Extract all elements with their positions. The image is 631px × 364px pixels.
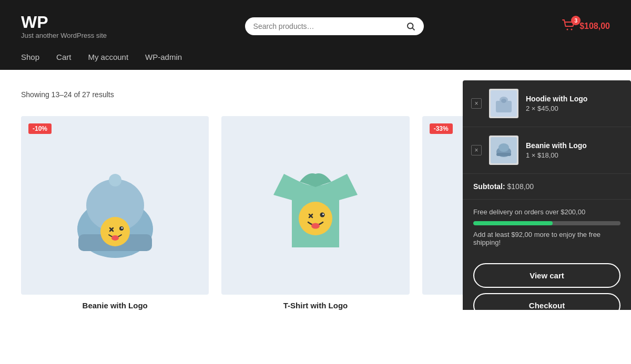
tshirt-logo-product-image <box>263 142 368 268</box>
discount-badge-3: -33% <box>430 123 453 134</box>
cart-item-1-name: Hoodie with Logo <box>526 95 620 103</box>
shipping-progress-bar <box>473 221 620 225</box>
svg-point-3 <box>571 29 573 30</box>
free-delivery-text: Free delivery on orders over $200,00 <box>473 208 620 216</box>
cart-item-2-details: Beanie with Logo 1 × $18,00 <box>526 141 620 159</box>
cart-item-2-name: Beanie with Logo <box>526 141 620 150</box>
cart-icon-wrap: 3 <box>562 19 576 34</box>
svg-line-1 <box>412 28 414 30</box>
cart-item-1-image <box>489 89 518 118</box>
main-nav: Shop Cart My account WP-admin <box>0 53 631 70</box>
svg-rect-11 <box>496 153 511 156</box>
nav-shop[interactable]: Shop <box>21 53 39 61</box>
product-image-2[interactable] <box>221 116 409 295</box>
nav-my-account[interactable]: My account <box>88 53 128 61</box>
svg-point-0 <box>408 23 413 29</box>
svg-point-21 <box>111 235 119 241</box>
remove-item-2-button[interactable]: × <box>471 145 482 155</box>
product-card-2: T-Shirt with Logo <box>221 116 409 310</box>
subtotal-label: Subtotal: <box>473 182 505 191</box>
nav-cart[interactable]: Cart <box>56 53 71 61</box>
subtotal-value: $108,00 <box>507 182 534 191</box>
svg-point-2 <box>567 29 568 30</box>
cart-shipping-section: Free delivery on orders over $200,00 Add… <box>463 200 631 263</box>
search-form <box>245 17 424 35</box>
cart-item: × Hoodie with Logo 2 × $45,00 <box>463 80 631 127</box>
cart-actions: View cart Checkout <box>463 263 631 310</box>
site-subtitle: Just another WordPress site <box>21 32 107 39</box>
view-cart-button[interactable]: View cart <box>473 263 620 288</box>
cart-item-1-details: Hoodie with Logo 2 × $45,00 <box>526 95 620 112</box>
svg-point-22 <box>299 202 332 235</box>
cart-widget[interactable]: 3 $108,00 <box>562 19 610 34</box>
beanie-thumbnail <box>491 137 517 163</box>
svg-point-20 <box>121 227 123 229</box>
product-card-1: -10% <box>21 116 209 310</box>
shipping-note: Add at least $92,00 more to enjoy the fr… <box>473 231 620 246</box>
cart-total: $108,00 <box>579 22 610 31</box>
site-header: WP Just another WordPress site 3 $108,00 <box>0 0 631 53</box>
product-title-2: T-Shirt with Logo <box>221 301 409 310</box>
checkout-button[interactable]: Checkout <box>473 293 620 310</box>
nav-wp-admin[interactable]: WP-admin <box>145 53 182 61</box>
results-count: Showing 13–24 of 27 results <box>21 90 114 99</box>
svg-point-10 <box>498 143 509 152</box>
site-title: WP <box>21 13 107 32</box>
remove-item-1-button[interactable]: × <box>471 98 482 109</box>
svg-point-25 <box>320 213 324 217</box>
cart-dropdown: × Hoodie with Logo 2 × $45,00 <box>463 80 631 310</box>
cart-item-1-price: 2 × $45,00 <box>526 105 620 112</box>
svg-point-7 <box>501 99 506 103</box>
search-icon <box>406 22 415 31</box>
product-title-1: Beanie with Logo <box>21 301 209 310</box>
svg-point-15 <box>109 174 121 186</box>
cart-item-2: × Beanie with Logo 1 × $18,00 <box>463 127 631 174</box>
svg-point-27 <box>311 223 320 229</box>
cart-item-2-price: 1 × $18,00 <box>526 151 620 159</box>
cart-subtotal: Subtotal: $108,00 <box>463 174 631 200</box>
svg-point-26 <box>322 214 324 215</box>
cart-item-2-image <box>489 136 518 165</box>
svg-point-16 <box>100 217 130 246</box>
product-image-1[interactable]: -10% <box>21 116 209 295</box>
logo: WP Just another WordPress site <box>21 13 107 39</box>
hoodie-thumbnail <box>491 90 517 117</box>
main-content: × Hoodie with Logo 2 × $45,00 <box>0 70 631 310</box>
search-button[interactable] <box>406 22 415 31</box>
beanie-logo-product-image <box>63 142 168 268</box>
shipping-progress-fill <box>473 221 553 225</box>
search-input[interactable] <box>253 22 406 30</box>
discount-badge-1: -10% <box>28 123 52 134</box>
